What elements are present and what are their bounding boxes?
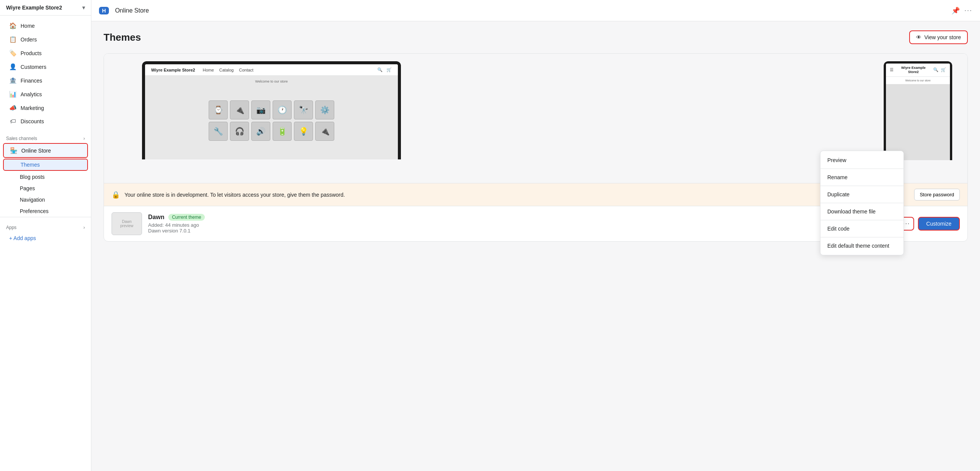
tool-lens: 🔭 xyxy=(294,100,313,119)
sidebar-item-label: Home xyxy=(21,23,35,29)
mobile-cart-icon: 🛒 xyxy=(941,67,946,72)
tool-speaker: 🔊 xyxy=(251,122,270,141)
context-menu-rename[interactable]: Rename xyxy=(820,170,903,184)
context-menu-divider-5 xyxy=(820,237,903,237)
sidebar-item-blog-posts[interactable]: Blog posts xyxy=(3,172,88,182)
desktop-nav-links: Home Catalog Contact xyxy=(203,68,253,72)
context-menu-edit-default[interactable]: Edit default theme content xyxy=(820,239,903,253)
page-title: Themes xyxy=(104,32,141,43)
theme-thumbnail: Dawnpreview xyxy=(112,212,142,235)
topbar-title: Online Store xyxy=(115,7,149,14)
sales-channels-expand[interactable]: › xyxy=(83,136,85,141)
pin-icon[interactable]: 📌 xyxy=(951,6,960,15)
context-menu-divider-3 xyxy=(820,203,903,203)
current-theme-badge: Current theme xyxy=(168,214,205,221)
store-password-button[interactable]: Store password xyxy=(914,189,960,200)
desktop-nav: Wiyre Example Store2 Home Catalog Contac… xyxy=(145,64,398,76)
desktop-mockup: Wiyre Example Store2 Home Catalog Contac… xyxy=(142,61,401,159)
customers-icon: 👤 xyxy=(9,63,17,70)
lock-icon: 🔒 xyxy=(112,191,120,199)
tool-battery: 🔋 xyxy=(273,122,292,141)
theme-name: Dawn xyxy=(148,214,164,221)
sidebar-item-online-store[interactable]: 🏪 Online Store xyxy=(3,143,88,158)
mobile-icons: 🔍 🛒 xyxy=(933,67,946,72)
sidebar-item-label: Analytics xyxy=(21,91,42,97)
sidebar-item-themes[interactable]: Themes xyxy=(3,159,88,171)
sidebar-item-label: Marketing xyxy=(21,105,44,111)
sidebar-item-discounts[interactable]: 🏷 Discounts xyxy=(3,115,88,128)
context-menu-divider-4 xyxy=(820,220,903,220)
search-icon: 🔍 xyxy=(377,67,383,72)
sidebar-item-pages[interactable]: Pages xyxy=(3,183,88,194)
more-icon[interactable]: ··· xyxy=(964,6,972,14)
customize-button[interactable]: Customize xyxy=(918,217,960,231)
store-name: Wiyre Example Store2 xyxy=(6,5,62,11)
sidebar-item-customers[interactable]: 👤 Customers xyxy=(3,60,88,73)
theme-name-row: Dawn Current theme xyxy=(148,214,893,221)
sidebar-item-home[interactable]: 🏠 Home xyxy=(3,19,88,32)
navigation-label: Navigation xyxy=(20,197,45,203)
sidebar-item-analytics[interactable]: 📊 Analytics xyxy=(3,88,88,101)
nav-link-catalog: Catalog xyxy=(219,68,234,72)
analytics-icon: 📊 xyxy=(9,91,17,98)
desktop-welcome-text: Welcome to our store xyxy=(255,80,287,83)
mobile-mockup: ☰ Wiyre ExampleStore2 🔍 🛒 Welcome to our… xyxy=(884,61,952,160)
more-dots-icon: ··· xyxy=(903,220,910,227)
tool-plug: 🔌 xyxy=(315,122,334,141)
tool-watch: ⌚ xyxy=(209,100,228,119)
mobile-store-name: Wiyre ExampleStore2 xyxy=(901,66,926,74)
sidebar-item-label: Orders xyxy=(21,37,37,43)
home-icon: 🏠 xyxy=(9,22,17,29)
themes-label: Themes xyxy=(21,162,40,168)
desktop-screen: Wiyre Example Store2 Home Catalog Contac… xyxy=(145,64,398,159)
mobile-screen: ☰ Wiyre ExampleStore2 🔍 🛒 Welcome to our… xyxy=(886,64,950,160)
tool-clock: 🕐 xyxy=(273,100,292,119)
context-menu-preview[interactable]: Preview xyxy=(820,153,903,167)
chevron-down-icon: ▾ xyxy=(82,5,85,11)
store-selector[interactable]: Wiyre Example Store2 ▾ xyxy=(0,0,91,16)
apps-section-label: Apps › xyxy=(0,220,91,232)
sales-channels-label: Sales channels xyxy=(6,136,37,141)
context-menu-download[interactable]: Download theme file xyxy=(820,205,903,218)
desktop-hero: Welcome to our store ⌚ 🔌 📷 🕐 🔭 ⚙️ 🔧 � xyxy=(145,76,398,159)
mobile-search-icon: 🔍 xyxy=(933,67,939,72)
topbar-actions: 📌 ··· xyxy=(951,6,972,15)
view-store-button[interactable]: 👁 View your store xyxy=(909,30,968,44)
desktop-icons: 🔍 🛒 xyxy=(377,67,392,72)
sidebar-item-label: Customers xyxy=(21,64,46,70)
apps-label: Apps xyxy=(6,225,16,230)
theme-thumb-image: Dawnpreview xyxy=(119,218,135,229)
shopify-logo: H xyxy=(99,7,109,14)
sidebar: Wiyre Example Store2 ▾ 🏠 Home 📋 Orders 🏷… xyxy=(0,0,91,471)
mobile-hero xyxy=(886,84,950,160)
sidebar-item-label: Finances xyxy=(21,78,42,84)
sidebar-item-products[interactable]: 🏷️ Products xyxy=(3,46,88,60)
blog-posts-label: Blog posts xyxy=(20,174,45,180)
sidebar-item-navigation[interactable]: Navigation xyxy=(3,194,88,205)
orders-icon: 📋 xyxy=(9,36,17,43)
context-menu-duplicate[interactable]: Duplicate xyxy=(820,188,903,201)
online-store-icon: 🏪 xyxy=(10,147,18,154)
tool-wrench: 🔧 xyxy=(209,122,228,141)
sales-channels-section: Sales channels › xyxy=(0,131,91,143)
apps-expand[interactable]: › xyxy=(83,225,85,230)
pages-label: Pages xyxy=(20,185,35,191)
mobile-nav: ☰ Wiyre ExampleStore2 🔍 🛒 xyxy=(886,64,950,77)
theme-added: Added: 44 minutes ago xyxy=(148,222,893,228)
add-apps-button[interactable]: + Add apps xyxy=(3,232,88,244)
sidebar-item-preferences[interactable]: Preferences xyxy=(3,206,88,216)
sidebar-item-marketing[interactable]: 📣 Marketing xyxy=(3,101,88,115)
content-area: Themes 👁 View your store Wiyre Example S… xyxy=(91,21,980,471)
sidebar-item-finances[interactable]: 🏦 Finances xyxy=(3,74,88,87)
sidebar-item-orders[interactable]: 📋 Orders xyxy=(3,33,88,46)
sidebar-item-label: Discounts xyxy=(21,118,44,124)
sidebar-item-label: Products xyxy=(21,50,41,56)
main-nav: 🏠 Home 📋 Orders 🏷️ Products 👤 Customers … xyxy=(0,16,91,131)
context-menu-divider-1 xyxy=(820,169,903,169)
sidebar-item-label: Online Store xyxy=(21,148,51,154)
topbar: H Online Store 📌 ··· xyxy=(91,0,980,21)
context-menu-edit-code[interactable]: Edit code xyxy=(820,222,903,236)
add-apps-label: + Add apps xyxy=(9,235,36,241)
main-content: H Online Store 📌 ··· Themes 👁 View your … xyxy=(91,0,980,471)
tool-cable: 🔌 xyxy=(230,100,249,119)
